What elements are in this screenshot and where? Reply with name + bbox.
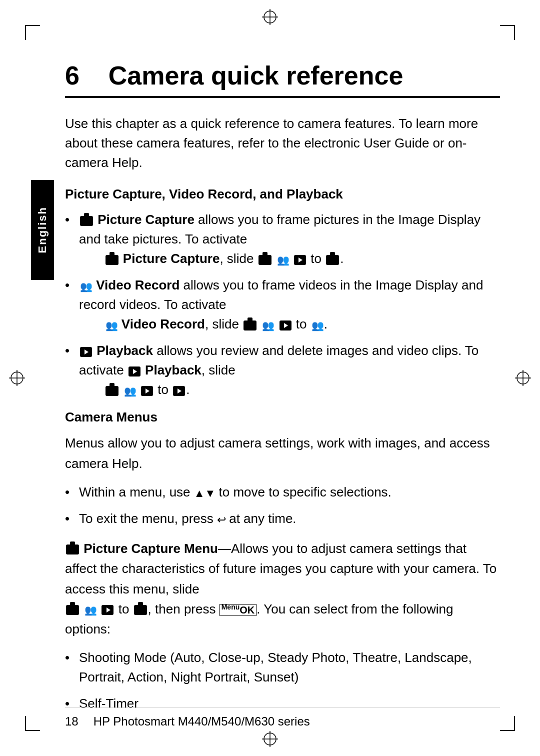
section1-heading: Picture Capture, Video Record, and Playb… [65,186,500,202]
bullet-item-playback: Playback allows you review and delete im… [65,341,500,400]
group-icon-4: 👥 [262,318,274,333]
intro-paragraph: Use this chapter as a quick reference to… [65,114,500,172]
crop-mark-tl [25,25,40,40]
chapter-heading: 6 Camera quick reference [65,60,500,98]
menu-ok-button: MenuOK [220,604,257,616]
camera-menus-section: Camera Menus Menus allow you to adjust c… [65,410,500,528]
bullet-item-video-record: 👥 Video Record allows you to frame video… [65,276,500,334]
camera-icon-8 [66,605,79,615]
capture-menu-bold: Picture Capture Menu [84,541,218,556]
crop-mark-tr [500,25,515,40]
footer-title: HP Photosmart M440/M540/M630 series [94,714,310,728]
group-icon-6: 👥 [124,384,136,398]
camera-icon-7 [66,544,79,554]
reg-mark-top [262,9,278,25]
group-icon-7: 👥 [84,602,96,618]
main-content: 6 Camera quick reference Use this chapte… [65,60,500,716]
camera-icon-6 [106,386,118,396]
bullet2-bold: Video Record [96,278,180,292]
play-icon-2 [280,320,292,330]
return-icon: ↩ [217,514,229,526]
bullet2-slide-bold: Video Record [122,316,205,332]
group-icon-3: 👥 [106,318,117,333]
section2-heading: Camera Menus [65,410,500,425]
capture-menu-paragraph: Picture Capture Menu—Allows you to adjus… [65,538,500,639]
menu-bullet-1: Within a menu, use ▲▼ to move to specifi… [65,482,500,502]
play-icon-7 [102,605,114,615]
camera-icon-9 [134,605,147,615]
group-icon-2: 👥 [80,279,92,294]
options-bullet-list: Shooting Mode (Auto, Close-up, Steady Ph… [65,648,500,714]
reg-mark-left [9,370,25,386]
play-icon-1 [294,255,306,265]
camera-icon-4 [326,255,339,265]
bullet1-slide-bold: Picture Capture [123,251,220,266]
play-icon-4 [128,366,140,376]
section1-bullet-list: Picture Capture allows you to frame pict… [65,210,500,400]
option-shooting-mode: Shooting Mode (Auto, Close-up, Steady Ph… [65,648,500,687]
bullet1-bold: Picture Capture [98,212,194,227]
play-icon-6 [173,386,185,396]
camera-icon-3 [258,255,272,265]
play-icon-3 [80,347,92,357]
reg-mark-right [515,370,531,386]
crop-mark-bl [25,716,40,731]
updown-arrows-icon: ▲▼ [194,487,219,500]
group-icon-1: 👥 [277,252,288,268]
camera-icon-2 [106,255,118,265]
menus-intro-text: Menus allow you to adjust camera setting… [65,433,500,474]
crop-mark-br [500,716,515,731]
footer-page-number: 18 [65,714,78,728]
menus-bullet-list: Within a menu, use ▲▼ to move to specifi… [65,482,500,528]
play-icon-5 [141,386,153,396]
group-icon-5: 👥 [312,318,323,333]
bullet-item-picture-capture: Picture Capture allows you to frame pict… [65,210,500,268]
menu-bullet-2: To exit the menu, press ↩ at any time. [65,509,500,528]
sidebar-language-label: English [31,180,54,280]
camera-icon-1 [80,216,93,226]
footer: 18 HP Photosmart M440/M540/M630 series [65,707,500,728]
reg-mark-bottom [262,731,278,747]
bullet3-play-bold: Playback [145,362,202,378]
camera-icon-5 [244,320,256,330]
bullet3-bold: Playback [96,343,153,358]
